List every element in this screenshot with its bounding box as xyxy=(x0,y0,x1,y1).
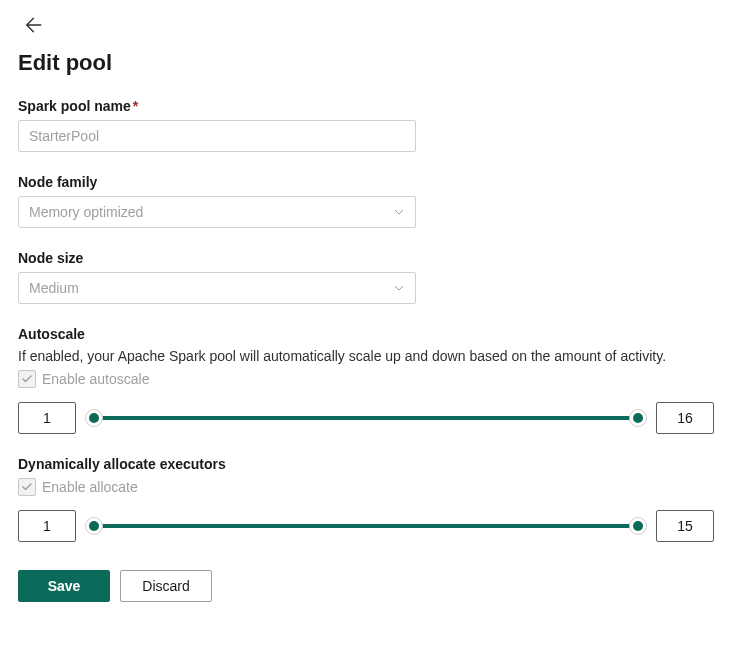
node-size-label: Node size xyxy=(18,250,711,266)
required-star-icon: * xyxy=(133,98,138,114)
back-arrow-icon xyxy=(25,16,43,37)
enable-allocate-checkbox[interactable] xyxy=(18,478,36,496)
node-family-label: Node family xyxy=(18,174,711,190)
dynamic-slider[interactable] xyxy=(88,514,644,538)
enable-autoscale-checkbox[interactable] xyxy=(18,370,36,388)
enable-allocate-label: Enable allocate xyxy=(42,479,138,495)
autoscale-min-input[interactable] xyxy=(18,402,76,434)
dynamic-allocate-label: Dynamically allocate executors xyxy=(18,456,711,472)
node-size-value: Medium xyxy=(29,280,79,296)
dynamic-min-input[interactable] xyxy=(18,510,76,542)
autoscale-slider-min-thumb[interactable] xyxy=(85,409,103,427)
page-title: Edit pool xyxy=(18,50,711,76)
autoscale-slider[interactable] xyxy=(88,406,644,430)
autoscale-max-input[interactable] xyxy=(656,402,714,434)
chevron-down-icon xyxy=(393,206,405,218)
node-family-select[interactable]: Memory optimized xyxy=(18,196,416,228)
dynamic-max-input[interactable] xyxy=(656,510,714,542)
node-size-select[interactable]: Medium xyxy=(18,272,416,304)
dynamic-slider-max-thumb[interactable] xyxy=(629,517,647,535)
check-icon xyxy=(21,481,33,493)
dynamic-slider-min-thumb[interactable] xyxy=(85,517,103,535)
save-button[interactable]: Save xyxy=(18,570,110,602)
pool-name-label-text: Spark pool name xyxy=(18,98,131,114)
slider-track xyxy=(88,416,644,420)
chevron-down-icon xyxy=(393,282,405,294)
pool-name-label: Spark pool name* xyxy=(18,98,711,114)
discard-button[interactable]: Discard xyxy=(120,570,212,602)
autoscale-slider-max-thumb[interactable] xyxy=(629,409,647,427)
slider-track xyxy=(88,524,644,528)
enable-autoscale-label: Enable autoscale xyxy=(42,371,149,387)
autoscale-label: Autoscale xyxy=(18,326,711,342)
autoscale-description: If enabled, your Apache Spark pool will … xyxy=(18,348,711,364)
back-arrow-button[interactable] xyxy=(22,14,46,38)
check-icon xyxy=(21,373,33,385)
pool-name-input[interactable] xyxy=(18,120,416,152)
node-family-value: Memory optimized xyxy=(29,204,143,220)
